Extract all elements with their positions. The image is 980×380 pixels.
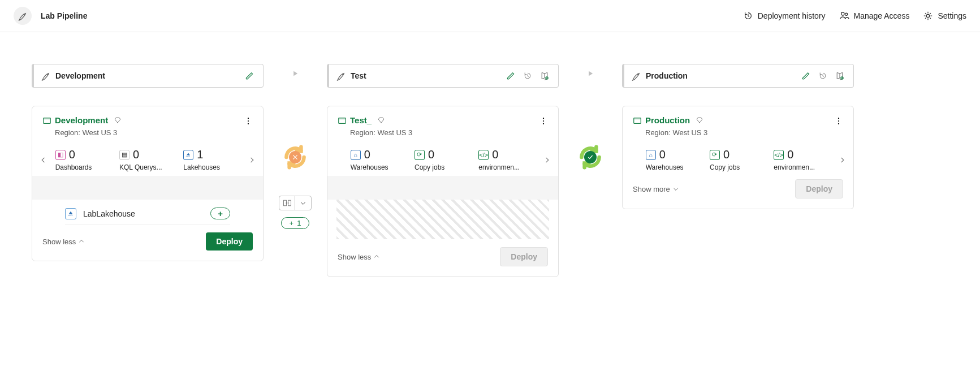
deployment-history-link[interactable]: Deployment history	[743, 11, 826, 21]
stage-card-production: Production Region: West US 3 ⌂0 Warehous…	[622, 106, 854, 209]
sync-ok-icon	[584, 151, 597, 163]
deployment-history-label: Deployment history	[758, 11, 826, 20]
stage-name-development: Development	[55, 71, 243, 80]
stage-header-test: Test	[327, 64, 559, 88]
metric-environments[interactable]: </>0 environmen...	[774, 148, 830, 171]
show-less-toggle[interactable]: Show less	[338, 253, 380, 261]
gear-icon	[923, 11, 933, 21]
empty-list-placeholder	[336, 200, 549, 239]
stage-history-button[interactable]	[816, 69, 830, 83]
workspace-link-production[interactable]: Production	[633, 115, 843, 125]
item-list-header	[327, 176, 558, 200]
stages-container: Development Development Region: West US …	[0, 32, 980, 291]
stage-history-button[interactable]	[521, 69, 534, 83]
stage-arrow-icon	[586, 70, 594, 79]
workspace-link-test[interactable]: Test_	[338, 115, 548, 125]
workspace-name: Test_	[350, 115, 372, 125]
workspace-region: Region: West US 3	[338, 128, 548, 137]
stage-production: Production Production Region: West US 3	[622, 64, 854, 209]
rocket-icon	[336, 71, 346, 81]
stage-header-development: Development	[32, 64, 264, 88]
workspace-icon	[338, 116, 347, 125]
item-row-lablakehouse[interactable]: LabLakehouse +	[65, 200, 230, 224]
workspace-icon	[42, 116, 51, 125]
metric-lakehouses[interactable]: 1 Lakehouses	[183, 148, 240, 171]
history-icon	[743, 11, 753, 21]
metric-kql-querysets[interactable]: ▤0 KQL Querys...	[119, 148, 176, 171]
settings-link[interactable]: Settings	[923, 11, 966, 21]
stage-rules-button[interactable]	[833, 69, 847, 83]
diff-count-pill[interactable]: +1	[281, 217, 310, 229]
metric-copy-jobs[interactable]: ⟳0 Copy jobs	[710, 148, 766, 171]
deploy-button-development[interactable]: Deploy	[206, 232, 253, 251]
stage-name-production: Production	[646, 71, 799, 80]
metric-environments[interactable]: </>0 environmen...	[478, 148, 535, 171]
edit-stage-button[interactable]	[799, 69, 813, 83]
lakehouse-icon	[65, 208, 76, 219]
stage-header-production: Production	[622, 64, 854, 88]
workspace-link-development[interactable]: Development	[42, 115, 253, 125]
workspace-icon	[633, 116, 642, 125]
sync-fail-icon	[289, 151, 301, 163]
edit-stage-button[interactable]	[243, 69, 256, 83]
topbar: Lab Pipeline Deployment history Manage A…	[0, 0, 980, 32]
metric-copy-jobs[interactable]: ⟳0 Copy jobs	[415, 148, 471, 171]
deploy-button-production: Deploy	[795, 179, 843, 198]
people-icon	[839, 11, 849, 21]
metrics-scroll-right[interactable]	[244, 149, 260, 171]
metrics-scroll-right[interactable]	[834, 149, 850, 171]
stage-menu-button[interactable]	[832, 114, 845, 128]
item-name: LabLakehouse	[83, 209, 204, 218]
rocket-icon	[631, 71, 641, 81]
gem-icon	[377, 116, 385, 124]
gem-icon	[696, 116, 703, 124]
metrics-scroll-right[interactable]	[539, 149, 555, 171]
stage-rules-button[interactable]	[538, 69, 551, 83]
compare-button[interactable]	[279, 196, 312, 210]
workspace-region: Region: West US 3	[42, 128, 253, 137]
connector-test-prod	[568, 64, 613, 172]
show-more-toggle[interactable]: Show more	[633, 185, 679, 193]
metric-dashboards[interactable]: ◧0 Dashboards	[55, 148, 112, 171]
settings-label: Settings	[938, 11, 966, 20]
item-list-header	[32, 176, 263, 200]
show-less-toggle[interactable]: Show less	[42, 238, 85, 246]
metric-warehouses[interactable]: ⌂0 Warehouses	[646, 148, 702, 171]
pipeline-icon	[14, 7, 32, 25]
stage-arrow-icon	[291, 70, 299, 79]
stage-card-test: Test_ Region: West US 3 ⌂0 Warehouses ⟳0…	[327, 106, 559, 277]
stage-test: Test Test_ Region: West US 3	[327, 64, 559, 277]
sync-status-ok[interactable]	[576, 142, 605, 172]
manage-access-label: Manage Access	[854, 11, 910, 20]
stage-development: Development Development Region: West US …	[32, 64, 264, 261]
metrics-scroll-left[interactable]	[36, 149, 51, 171]
metric-warehouses[interactable]: ⌂0 Warehouses	[351, 148, 407, 171]
workspace-region: Region: West US 3	[633, 128, 843, 137]
pipeline-title: Lab Pipeline	[41, 11, 87, 20]
rocket-icon	[41, 71, 51, 81]
manage-access-link[interactable]: Manage Access	[839, 11, 910, 21]
sync-status-fail[interactable]	[280, 142, 310, 172]
stage-menu-button[interactable]	[537, 114, 550, 128]
deploy-button-test: Deploy	[500, 247, 548, 266]
stage-card-development: Development Region: West US 3 ◧0 Dashboa…	[32, 106, 264, 261]
stage-menu-button[interactable]	[241, 114, 255, 128]
edit-stage-button[interactable]	[504, 69, 517, 83]
workspace-name: Production	[645, 115, 690, 125]
workspace-name: Development	[55, 115, 108, 125]
gem-icon	[114, 116, 122, 124]
add-item-button[interactable]: +	[210, 208, 230, 219]
stage-name-test: Test	[351, 71, 504, 80]
connector-dev-test: +1	[273, 64, 318, 229]
